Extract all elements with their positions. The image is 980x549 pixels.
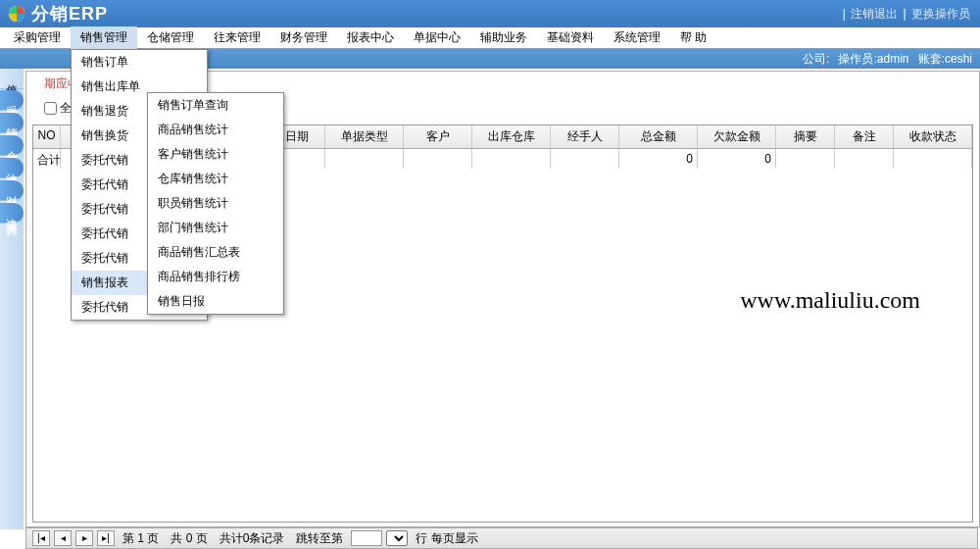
nav-first-icon[interactable]: |◂ — [32, 530, 50, 546]
nav-next-icon[interactable]: ▸ — [75, 530, 93, 546]
menu-dropdown-reports[interactable]: 销售订单查询商品销售统计客户销售统计仓库销售统计职员销售统计部门销售统计商品销售… — [147, 92, 284, 315]
title-bar-links: | 注销退出 | 更换操作员 — [843, 6, 972, 23]
column-header[interactable]: 收款状态 — [894, 125, 972, 148]
app-logo-icon — [8, 5, 25, 23]
cell: 合计 — [33, 149, 61, 169]
column-header[interactable]: NO — [33, 125, 61, 148]
dropdown-item[interactable]: 商品销售汇总表 — [148, 240, 283, 265]
page-jump-select[interactable] — [386, 530, 408, 546]
switch-user-link[interactable]: 更换操作员 — [909, 7, 972, 21]
column-header[interactable]: 欠款金额 — [698, 125, 776, 148]
cell — [776, 149, 835, 169]
side-tab[interactable]: 财务管理 — [0, 180, 24, 201]
dropdown-item[interactable]: 商品销售统计 — [148, 118, 283, 142]
dropdown-item[interactable]: 职员销售统计 — [148, 191, 283, 216]
nav-prev-icon[interactable]: ◂ — [54, 530, 72, 546]
menu-item[interactable]: 财务管理 — [270, 26, 337, 49]
menu-item[interactable]: 帮 助 — [670, 26, 716, 49]
checkbox-all-input[interactable] — [44, 102, 57, 115]
column-header[interactable]: 总金额 — [619, 125, 698, 148]
side-nav: 信息中心采购管理销售管理仓储管理往来管理财务管理决策支持 — [0, 69, 24, 529]
side-tab[interactable]: 决策支持 — [0, 203, 24, 224]
cell — [325, 149, 404, 169]
menu-item[interactable]: 采购管理 — [4, 26, 71, 49]
side-tab[interactable]: 往来管理 — [0, 158, 24, 178]
cell — [894, 149, 972, 169]
cell: 0 — [619, 149, 698, 169]
cell — [404, 149, 472, 169]
side-tab[interactable]: 采购管理 — [0, 90, 24, 111]
dropdown-item[interactable]: 客户销售统计 — [148, 142, 283, 167]
column-header[interactable]: 出库仓库 — [472, 125, 551, 148]
side-tab[interactable]: 仓储管理 — [0, 135, 24, 156]
column-header[interactable]: 经手人 — [551, 125, 619, 148]
dropdown-item[interactable]: 商品销售排行榜 — [148, 265, 283, 289]
menu-item[interactable]: 单据中心 — [404, 26, 470, 49]
menu-item[interactable]: 往来管理 — [204, 26, 270, 49]
menu-bar: 采购管理销售管理仓储管理往来管理财务管理报表中心单据中心辅助业务基础资料系统管理… — [0, 27, 980, 49]
dropdown-item[interactable]: 仓库销售统计 — [148, 167, 283, 191]
column-header[interactable]: 客户 — [404, 125, 472, 148]
cell: 0 — [698, 149, 776, 169]
menu-item[interactable]: 辅助业务 — [470, 26, 537, 49]
page-jump-input[interactable] — [351, 530, 382, 546]
dropdown-item[interactable]: 销售订单 — [72, 50, 207, 75]
title-bar: 分销ERP | 注销退出 | 更换操作员 — [0, 0, 980, 27]
operator-value: admin — [877, 52, 909, 66]
column-header[interactable]: 摘要 — [776, 125, 835, 148]
checkbox-all[interactable]: 全 — [44, 101, 72, 115]
dropdown-item[interactable]: 部门销售统计 — [148, 216, 283, 240]
app-title: 分销ERP — [31, 2, 108, 25]
company-label: 公司: — [803, 52, 829, 66]
dropdown-item[interactable]: 销售日报 — [148, 289, 283, 314]
column-header[interactable]: 单据类型 — [325, 125, 404, 148]
status-bar: |◂ ◂ ▸ ▸| 第 1 页 共 0 页 共计0条记录 跳转至第 行 每页显示 — [25, 527, 978, 549]
menu-item[interactable]: 基础资料 — [537, 26, 604, 49]
column-header[interactable]: 备注 — [835, 125, 894, 148]
operator-label: 操作员: — [838, 52, 876, 66]
side-tab[interactable]: 销售管理 — [0, 113, 24, 133]
logout-link[interactable]: 注销退出 — [849, 7, 900, 21]
menu-item[interactable]: 销售管理 — [71, 26, 137, 49]
menu-item[interactable]: 系统管理 — [604, 26, 670, 49]
nav-last-icon[interactable]: ▸| — [97, 530, 115, 546]
cell — [551, 149, 619, 169]
cell — [835, 149, 894, 169]
side-tab[interactable]: 信息中心 — [0, 69, 24, 89]
account-value: ceshi — [945, 52, 972, 66]
menu-item[interactable]: 报表中心 — [337, 26, 404, 49]
account-label: 账套: — [918, 52, 945, 66]
dropdown-item[interactable]: 销售订单查询 — [148, 93, 283, 118]
cell — [472, 149, 551, 169]
menu-item[interactable]: 仓储管理 — [137, 26, 204, 49]
